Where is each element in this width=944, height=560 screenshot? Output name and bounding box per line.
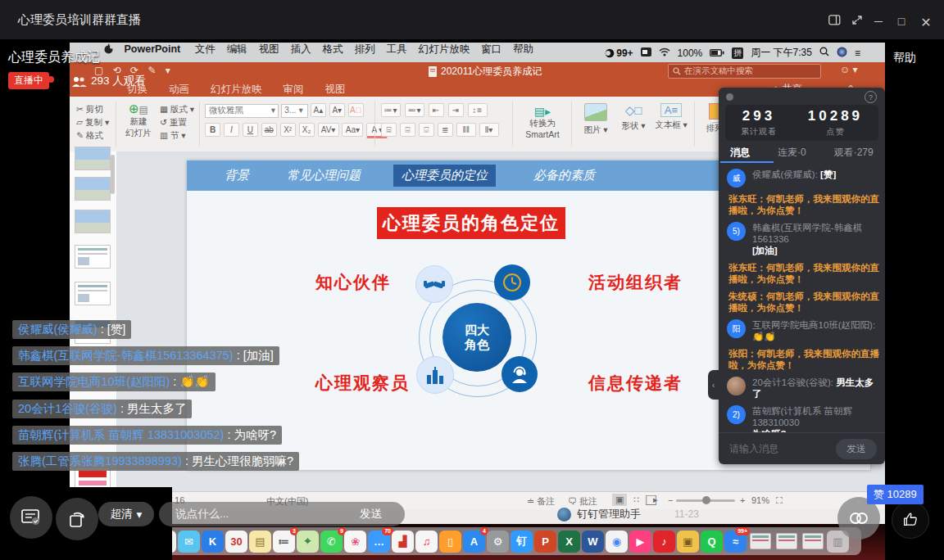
mac-menu-格式[interactable]: 格式	[323, 43, 343, 56]
thumbnail-scrollbar[interactable]	[111, 155, 115, 194]
mac-menu-视图[interactable]: 视图	[259, 43, 279, 56]
shrink-font-button[interactable]: A▾	[329, 103, 345, 117]
notes-toggle[interactable]: ≐ 备注	[527, 495, 555, 508]
copy-button[interactable]: ▱ 复制 ▾	[76, 115, 109, 129]
insert-shapes-button[interactable]: ◇□ 形状 ▾	[617, 103, 650, 132]
dock-icon-dingtalk[interactable]: 钉	[511, 531, 533, 553]
outdent-button[interactable]: ⇤	[429, 103, 444, 117]
feedback-smiley-icon[interactable]: ☺ ▾	[840, 64, 858, 75]
mac-menu-文件[interactable]: 文件	[195, 43, 216, 56]
change-case-button[interactable]: Aa▾	[342, 123, 363, 137]
dock-icon-maps[interactable]: ⌖	[297, 531, 319, 553]
numbering-button[interactable]: ≕▾	[405, 103, 424, 117]
slide-thumbnail[interactable]	[75, 147, 111, 170]
ribbon-tab-幻灯片放映[interactable]: 幻灯片放映	[211, 83, 262, 97]
chat-send-button[interactable]: 发送	[836, 439, 877, 459]
chat-tab-messages[interactable]: 消息	[730, 146, 750, 160]
minimize-button[interactable]: ─	[870, 15, 887, 28]
convert-smartart-button[interactable]: ▤▸ 转换为SmartArt	[519, 105, 566, 139]
bold-button[interactable]: B	[205, 123, 220, 137]
dock-icon-thunder[interactable]: ≈99+	[724, 531, 747, 553]
subscript-button[interactable]: X₂	[299, 123, 315, 137]
dock-icon-settings[interactable]: ⚙	[487, 531, 509, 553]
indent-button[interactable]: ⇥	[448, 103, 464, 117]
bullets-button[interactable]: ≔▾	[381, 103, 401, 117]
help-link[interactable]: 帮助	[893, 51, 916, 65]
columns-button[interactable]: ‖‖	[456, 123, 476, 137]
dock-icon-facetime[interactable]: ✆9	[320, 531, 343, 553]
dock-icon-word[interactable]: W	[582, 531, 604, 553]
board-notes-button[interactable]	[10, 496, 52, 539]
chat-tab-mic[interactable]: 连麦·0	[778, 146, 806, 160]
zoom-slider[interactable]	[676, 499, 735, 502]
clear-format-button[interactable]: A⃠	[348, 103, 364, 117]
dock-icon-app-store[interactable]: A4	[463, 531, 485, 553]
rotate-screen-button[interactable]	[56, 498, 98, 540]
menubar-list-icon[interactable]: ≡	[855, 47, 860, 59]
text-direction-button[interactable]: ⫴▾	[479, 123, 499, 137]
dingtalk-assistant-toast[interactable]: 钉钉管理助手 11-23	[557, 507, 699, 522]
slide-sorter-button[interactable]: ∷	[633, 495, 639, 505]
live-comment-bar[interactable]: 说点什么... 发送	[159, 502, 405, 526]
dock-icon-photos[interactable]: ❀	[344, 531, 366, 553]
wifi-icon[interactable]	[659, 47, 670, 59]
dock-icon-keynote[interactable]: K	[202, 531, 224, 553]
dock-icon-books[interactable]: ▯	[439, 531, 461, 553]
insert-textbox-button[interactable]: A≡ 文本框 ▾	[653, 103, 689, 131]
cut-button[interactable]: ✂ 剪切	[76, 102, 109, 115]
line-spacing-button[interactable]: ↕≡	[468, 103, 488, 117]
dock-icon-music[interactable]: ♫	[415, 531, 438, 553]
format-painter-button[interactable]: ✎ 格式	[76, 129, 109, 142]
justify-button[interactable]: ≣	[438, 123, 453, 137]
new-slide-button[interactable]: ⊕▤ 新建幻灯片	[120, 102, 157, 139]
dock-icon-calendar[interactable]: 30	[225, 531, 247, 553]
mac-menu-插入[interactable]: 插入	[291, 43, 311, 56]
fit-to-window-button[interactable]: ⛶	[776, 495, 783, 506]
char-spacing-button[interactable]: AV▾	[318, 123, 339, 137]
live-send-button[interactable]: 发送	[360, 507, 382, 522]
slideshow-button[interactable]: ⃞▸	[653, 495, 658, 505]
minimized-window-preview-2[interactable]	[776, 533, 797, 549]
panel-toggle-icon[interactable]	[826, 15, 842, 28]
align-center-button[interactable]: ⌹	[400, 123, 415, 137]
zoom-percent[interactable]: 91%	[751, 495, 769, 505]
grow-font-button[interactable]: A▴	[311, 103, 326, 117]
ribbon-tab-审阅[interactable]: 审阅	[284, 83, 304, 97]
minimized-window-preview-3[interactable]	[802, 533, 824, 549]
dock-icon-reminders[interactable]: ≔3	[273, 531, 295, 553]
insert-picture-button[interactable]: 图片 ▾	[579, 103, 612, 136]
notification-count-icon[interactable]: 99+	[605, 47, 633, 59]
mac-menu-编辑[interactable]: 编辑	[227, 43, 247, 56]
slide-thumbnail[interactable]	[75, 282, 111, 305]
mac-menu-幻灯片放映[interactable]: 幻灯片放映	[419, 43, 470, 56]
slide-thumbnail[interactable]	[75, 177, 111, 201]
dock-icon-excel[interactable]: X	[558, 531, 580, 553]
spotlight-icon[interactable]	[819, 47, 829, 59]
italic-button[interactable]: I	[224, 123, 239, 137]
apple-icon[interactable]	[104, 45, 113, 56]
font-size-select[interactable]: 3... ▾	[281, 104, 308, 118]
mac-menu-工具[interactable]: 工具	[387, 43, 407, 56]
align-left-button[interactable]: ⌸	[381, 123, 397, 137]
comments-toggle[interactable]: 🗨 批注	[568, 495, 597, 508]
say-something-input[interactable]: 说点什么...	[175, 507, 360, 522]
underline-button[interactable]: U	[243, 123, 258, 137]
ribbon-tab-动画[interactable]: 动画	[169, 83, 189, 97]
normal-view-button[interactable]: ▣	[612, 494, 627, 506]
zoom-in-button[interactable]: +	[740, 495, 745, 505]
mac-app-name[interactable]: PowerPoint	[124, 43, 180, 55]
ime-indicator[interactable]: 拼	[732, 47, 743, 59]
like-button[interactable]	[892, 501, 929, 539]
quality-selector[interactable]: 超清▾	[98, 502, 154, 526]
layout-button[interactable]: ▦ 版式 ▾	[160, 102, 194, 115]
dock-icon-chrome[interactable]: ◉	[606, 531, 628, 553]
dock-icon-messages[interactable]: …70	[368, 531, 390, 553]
slide-thumbnail[interactable]	[75, 245, 111, 269]
panel-collapse-handle[interactable]: ‹	[708, 370, 719, 400]
dock-icon-youku[interactable]: ▶	[629, 531, 651, 553]
fullscreen-icon[interactable]	[849, 15, 865, 28]
chat-tab-viewers[interactable]: 观看·279	[834, 146, 874, 160]
minimized-window-preview-1[interactable]	[750, 533, 771, 549]
align-right-button[interactable]: ⌺	[419, 123, 434, 137]
font-name-select[interactable]: 微软雅黑 ▾	[205, 104, 279, 118]
